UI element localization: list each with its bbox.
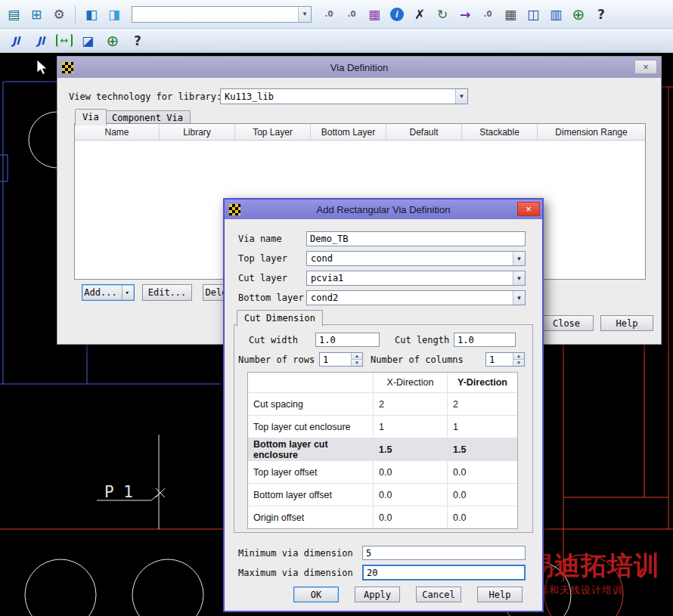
column-header-stackable[interactable]: Stackable [462, 124, 538, 140]
open-design-icon[interactable]: ◧ [82, 5, 101, 24]
help-icon[interactable]: ? [591, 5, 611, 24]
table-row-bottom-layer-cut-enclosure[interactable]: Bottom layer cut enclosure 1.5 1.5 [248, 438, 517, 460]
snap-vertex-icon[interactable]: .0 [478, 5, 498, 24]
via-name-input[interactable] [306, 231, 526, 246]
enclosure-table-header: X-Direction Y-Direction [248, 373, 517, 392]
column-header-top-layer[interactable]: Top Layer [235, 124, 311, 140]
bottom-layer-arrow-icon: ▼ [513, 291, 525, 305]
close-button[interactable]: Close [539, 315, 594, 331]
cell-y[interactable]: 2 [448, 393, 517, 415]
add-via-dropdown-icon[interactable]: ▾ [122, 285, 132, 300]
cell-y[interactable]: 0.0 [448, 506, 517, 528]
help-button[interactable]: Help [600, 315, 653, 331]
via-dialog-titlebar[interactable]: Via Definition × [57, 57, 661, 78]
cell-y[interactable]: 0.0 [448, 484, 517, 506]
column-header-x-direction[interactable]: X-Direction [374, 373, 448, 392]
measure-gap-icon[interactable]: ↔ [56, 34, 73, 47]
cell-y[interactable]: 0.0 [448, 461, 517, 483]
cell-x[interactable]: 1 [374, 416, 448, 438]
watermark-title: 易迪拓培训 [528, 552, 673, 580]
cut-shape-icon[interactable]: ✗ [410, 5, 430, 24]
table-row-origin-offset[interactable]: Origin offset 0.0 0.0 [248, 506, 517, 528]
world-view-icon[interactable]: ⊕ [569, 5, 588, 24]
world-icon[interactable]: ⊕ [103, 31, 123, 51]
via-dialog-title: Via Definition [57, 62, 661, 73]
cancel-button[interactable]: Cancel [416, 587, 461, 602]
table-row-top-layer-offset[interactable]: Top layer offset 0.0 0.0 [248, 460, 517, 483]
copy-window-icon[interactable]: ◫ [523, 5, 543, 24]
enclosure-table: X-Direction Y-Direction Cut spacing 2 2 … [247, 372, 518, 529]
cell-x[interactable]: 1.5 [374, 438, 448, 460]
maximum-via-dimension-input[interactable] [362, 565, 526, 580]
bottom-layer-select[interactable]: cond2 ▼ [306, 290, 526, 305]
secondary-toolbar: Jl Jl ↔ ◪ ⊕ ? [0, 29, 673, 53]
combo-dropdown-arrow-icon[interactable]: ▼ [298, 7, 311, 22]
column-header-bottom-layer[interactable]: Bottom Layer [311, 124, 386, 140]
cell-x[interactable]: 0.0 [374, 484, 448, 506]
cell-x[interactable]: 0.0 [374, 506, 448, 528]
bottom-layer-value: cond2 [307, 291, 513, 305]
tab-cut-dimension[interactable]: Cut Dimension [237, 310, 323, 327]
help-icon-2[interactable]: ? [128, 31, 147, 51]
save-design-icon[interactable]: ▥ [546, 5, 566, 24]
cut-layer-select[interactable]: pcvia1 ▼ [306, 271, 526, 286]
cut-layer-value: pcvia1 [307, 271, 513, 285]
ok-button[interactable]: OK [293, 587, 339, 602]
top-layer-value: cond [307, 252, 513, 265]
trace-path-icon[interactable]: Jl [6, 31, 26, 51]
snap-grid-icon[interactable]: .0 [342, 5, 361, 24]
cell-x[interactable]: 0.0 [374, 461, 448, 483]
application-window: ▤ ⊞ ⚙ ◧ ◨ ▼ .0 .0 ▦ i ✗ ↻ → .0 ▦ ◫ ▥ ⊕ ?… [0, 0, 673, 616]
table-row-top-layer-cut-enclosure[interactable]: Top layer cut enclosure 1 1 [248, 415, 517, 438]
component-combo-input[interactable] [132, 7, 298, 22]
row-label: Bottom layer cut enclosure [248, 438, 374, 460]
trace-corner-icon[interactable]: Jl [31, 31, 51, 51]
grid-toggle-icon[interactable]: ▦ [364, 5, 384, 24]
column-header-default[interactable]: Default [386, 124, 462, 140]
snap-origin-icon[interactable]: .0 [319, 5, 339, 24]
port-label: P 1 [104, 483, 133, 501]
cut-layer-label: Cut layer [238, 273, 287, 283]
column-header-y-direction[interactable]: Y-Direction [448, 373, 517, 392]
app-icon-2 [229, 204, 240, 215]
cut-layer-arrow-icon: ▼ [513, 271, 525, 285]
add-via-button[interactable]: Add... ▾ [82, 284, 135, 301]
gear-icon[interactable]: ⚙ [49, 5, 69, 24]
cell-y[interactable]: 1 [448, 416, 517, 438]
column-header-library[interactable]: Library [160, 124, 235, 140]
minimum-via-dimension-input[interactable] [362, 546, 526, 560]
column-header-name[interactable]: Name [75, 124, 160, 140]
library-select[interactable]: Ku113_lib ▼ [220, 88, 468, 104]
import-page-icon[interactable]: ◨ [104, 5, 124, 24]
cell-x[interactable]: 2 [374, 393, 448, 415]
toolbar-separator [75, 5, 76, 23]
info-icon[interactable]: i [390, 8, 404, 21]
library-label: View technology for library: [69, 91, 222, 102]
library-book-icon[interactable]: ◪ [78, 31, 98, 51]
row-label: Bottom layer offset [248, 484, 374, 506]
component-combo: ▼ [132, 6, 312, 23]
help-button-2[interactable]: Help [477, 587, 523, 602]
table-row-bottom-layer-offset[interactable]: Bottom layer offset 0.0 0.0 [248, 483, 517, 506]
via-dialog-close-button[interactable]: × [634, 60, 657, 74]
library-select-arrow-icon: ▼ [455, 89, 467, 104]
row-label: Origin offset [248, 506, 374, 528]
mouse-cursor [36, 59, 48, 76]
top-layer-select[interactable]: cond ▼ [306, 251, 526, 266]
table-row-cut-spacing[interactable]: Cut spacing 2 2 [248, 392, 517, 415]
row-label: Cut spacing [248, 393, 374, 415]
apply-button[interactable]: Apply [355, 587, 400, 602]
tab-via[interactable]: Via [75, 109, 107, 125]
cell-y[interactable]: 1.5 [448, 438, 517, 460]
bottom-layer-label: Bottom layer [238, 293, 304, 303]
layout-window-icon[interactable]: ▤ [4, 5, 23, 24]
add-dialog-close-button[interactable]: × [517, 202, 540, 216]
top-layer-arrow-icon: ▼ [513, 252, 525, 265]
new-layout-icon[interactable]: ⊞ [26, 5, 46, 24]
route-arrow-icon[interactable]: → [455, 5, 475, 24]
redraw-icon[interactable]: ↻ [433, 5, 452, 24]
grid-spacing-icon[interactable]: ▦ [501, 5, 520, 24]
column-header-dimension-range[interactable]: Dimension Range [538, 124, 645, 140]
add-dialog-titlebar[interactable]: Add Rectangular Via Definition × [225, 200, 542, 219]
edit-via-button[interactable]: Edit... [142, 284, 192, 301]
